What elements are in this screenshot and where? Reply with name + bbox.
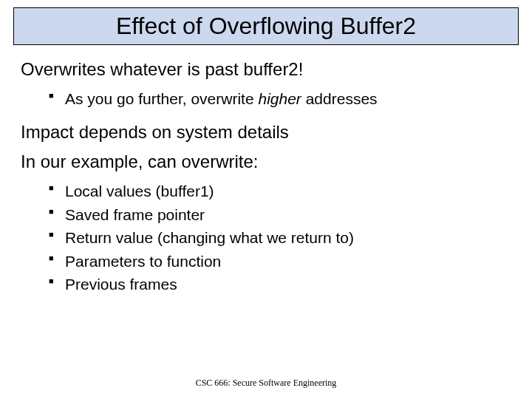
- list-item: Previous frames: [49, 273, 511, 295]
- list-item: Local values (buffer1): [49, 180, 511, 202]
- sub1-italic: higher: [258, 90, 301, 107]
- list-item: Saved frame pointer: [49, 204, 511, 225]
- bullet-impact: Impact depends on system details: [21, 121, 511, 143]
- slide-content: Overwrites whatever is past buffer2! As …: [0, 45, 532, 295]
- footer-text: CSC 666: Secure Software Engineering: [0, 378, 532, 389]
- bullet-overwrites: Overwrites whatever is past buffer2!: [21, 58, 511, 81]
- title-bar: Effect of Overflowing Buffer2: [13, 7, 519, 45]
- list-item: Return value (changing what we return to…: [49, 227, 511, 248]
- slide-title: Effect of Overflowing Buffer2: [21, 13, 511, 40]
- sub1-suffix: addresses: [301, 90, 378, 107]
- sub-bullet-higher: As you go further, overwrite higher addr…: [49, 88, 511, 109]
- sublist-1: As you go further, overwrite higher addr…: [21, 88, 511, 109]
- list-item: Parameters to function: [49, 250, 511, 272]
- bullet-overwrite-list: In our example, can overwrite:: [21, 151, 511, 173]
- sublist-2: Local values (buffer1) Saved frame point…: [21, 180, 511, 295]
- sub1-prefix: As you go further, overwrite: [65, 90, 258, 107]
